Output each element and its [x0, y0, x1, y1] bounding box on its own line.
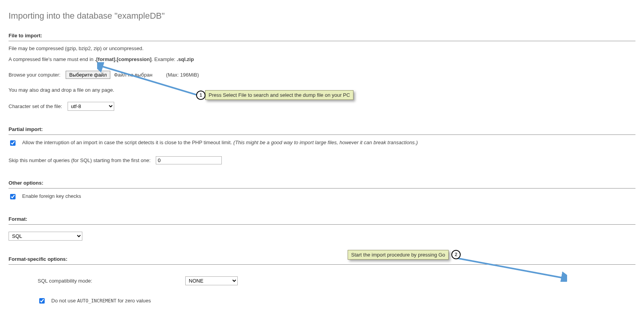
- browse-label: Browse your computer:: [9, 72, 61, 78]
- format-select[interactable]: SQL: [9, 232, 82, 241]
- skip-queries-input[interactable]: [156, 156, 222, 164]
- no-ai-suffix: for zero values: [117, 298, 151, 304]
- foreign-key-row: Enable foreign key checks: [9, 193, 635, 201]
- annotation-badge-1: 1: [196, 91, 205, 100]
- no-auto-increment-checkbox[interactable]: [39, 298, 45, 304]
- select-file-button[interactable]: Выберите файл: [66, 71, 110, 79]
- compat-label: SQL compatibility mode:: [38, 278, 185, 284]
- filename-pattern-note: A compressed file's name must end in .[f…: [9, 56, 635, 63]
- format-specific-body: SQL compatibility mode: NONE Do not use …: [9, 276, 635, 305]
- no-ai-code: AUTO_INCREMENT: [77, 298, 117, 304]
- compressed-note: File may be compressed (gzip, bzip2, zip…: [9, 45, 635, 52]
- annotation-badge-2: 2: [451, 250, 461, 259]
- section-format: Format:: [9, 216, 635, 225]
- section-partial-import: Partial import:: [9, 126, 635, 135]
- section-other-options: Other options:: [9, 180, 635, 189]
- allow-interruption-checkbox[interactable]: [10, 140, 16, 146]
- no-file-selected: Файл не выбран: [114, 72, 152, 78]
- charset-select[interactable]: utf-8: [68, 102, 114, 111]
- no-auto-increment-row: Do not use AUTO_INCREMENT for zero value…: [38, 297, 635, 305]
- charset-row: Character set of the file: utf-8: [9, 102, 635, 111]
- allow-interruption-text: Allow the interruption of an import in c…: [22, 140, 233, 145]
- example-value: .sql.zip: [177, 56, 194, 62]
- section-file-to-import: File to import:: [9, 33, 635, 41]
- pattern-prefix: A compressed file's name must end in: [9, 56, 95, 62]
- annotation-callout-1: Press Select File to search and select t…: [205, 90, 353, 100]
- section-format-specific: Format-specific options:: [9, 256, 635, 265]
- enable-foreign-key-checkbox[interactable]: [10, 194, 16, 199]
- no-ai-prefix: Do not use: [51, 298, 77, 304]
- allow-interruption-text-wrap: Allow the interruption of an import in c…: [22, 140, 635, 145]
- example-label: . Example:: [151, 56, 177, 62]
- format-row: SQL: [9, 232, 635, 241]
- allow-interruption-row: Allow the interruption of an import in c…: [9, 140, 635, 147]
- page-title: Importing into the database "exampleDB": [9, 11, 635, 21]
- annotation-callout-2: Start the import procedure by pressing G…: [348, 250, 449, 260]
- import-page: Importing into the database "exampleDB" …: [0, 0, 644, 316]
- skip-row: Skip this number of queries (for SQL) st…: [9, 156, 635, 164]
- compat-mode-select[interactable]: NONE: [185, 276, 238, 285]
- compat-row: SQL compatibility mode: NONE: [38, 276, 635, 285]
- pattern-value: .[format].[compression]: [95, 56, 151, 62]
- charset-label: Character set of the file:: [9, 103, 62, 109]
- enable-foreign-key-label: Enable foreign key checks: [22, 193, 635, 199]
- max-size-label: (Max: 196MiB): [166, 72, 199, 78]
- browse-row: Browse your computer: Выберите файл Файл…: [9, 71, 635, 79]
- allow-interruption-note: (This might be a good way to import larg…: [233, 140, 418, 145]
- no-auto-increment-label: Do not use AUTO_INCREMENT for zero value…: [51, 298, 151, 304]
- skip-label: Skip this number of queries (for SQL) st…: [9, 157, 151, 163]
